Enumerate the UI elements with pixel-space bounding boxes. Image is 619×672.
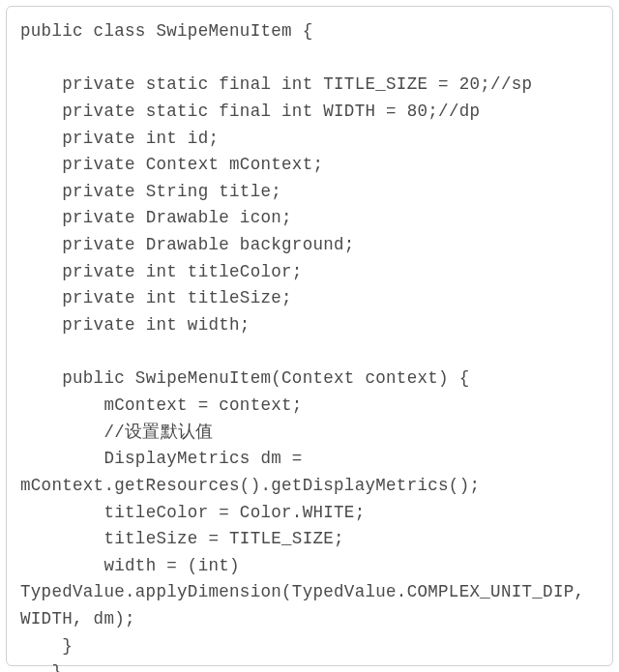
code-content: public class SwipeMenuItem { private sta… [20, 18, 599, 672]
code-block-container: public class SwipeMenuItem { private sta… [6, 6, 613, 666]
